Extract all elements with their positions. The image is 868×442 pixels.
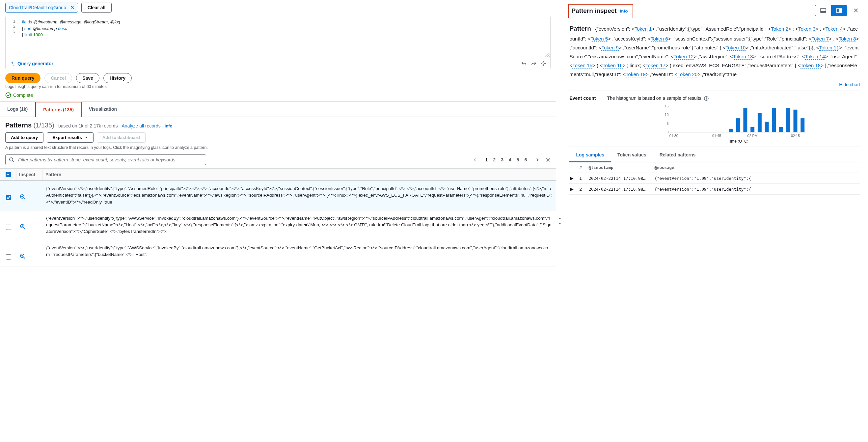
hide-chart-link[interactable]: Hide chart <box>839 82 860 87</box>
patterns-title: Patterns (1/135) <box>5 121 54 129</box>
token-link[interactable]: Token 9 <box>601 45 619 51</box>
token-link[interactable]: Token 1 <box>634 26 652 32</box>
token-link[interactable]: Token 11 <box>819 45 839 51</box>
layout-bottom-button[interactable] <box>815 5 831 16</box>
select-all-checkbox[interactable]: − <box>6 172 11 177</box>
page-1[interactable]: 1 <box>485 157 488 163</box>
svg-text:0: 0 <box>667 130 669 134</box>
svg-text:01:45: 01:45 <box>712 134 721 138</box>
save-button[interactable]: Save <box>76 73 99 83</box>
filter-input[interactable] <box>18 157 203 163</box>
query-generator-button[interactable]: Query generator <box>9 61 53 66</box>
page-4[interactable]: 4 <box>509 157 512 163</box>
patterns-info-link[interactable]: Info <box>165 123 173 128</box>
token-link[interactable]: Token 12 <box>674 54 694 60</box>
editor-code[interactable]: fields @timestamp, @message, @logStream,… <box>19 16 550 58</box>
svg-rect-11 <box>559 223 560 224</box>
token-link[interactable]: Token 15 <box>572 63 592 68</box>
panel-splitter[interactable] <box>556 0 564 442</box>
page-3[interactable]: 3 <box>501 157 503 163</box>
table-row: {"eventVersion":<*>,"userIdentity":{"typ… <box>0 181 556 210</box>
svg-rect-30 <box>779 127 783 132</box>
tab-token-values[interactable]: Token values <box>611 148 653 162</box>
row-checkbox[interactable] <box>6 195 11 200</box>
resize-handle-icon[interactable] <box>545 53 550 57</box>
info-icon[interactable] <box>704 96 709 101</box>
tab-visualization[interactable]: Visualization <box>82 102 124 117</box>
expand-row-icon[interactable]: ▶ <box>570 176 579 181</box>
remove-tag-icon[interactable]: ✕ <box>70 5 74 10</box>
svg-rect-25 <box>744 108 747 132</box>
run-query-button[interactable]: Run query <box>5 73 40 83</box>
sample-message: {"eventVersion":"1.09","userIdentity":{ <box>654 187 860 192</box>
tab-log-samples[interactable]: Log samples <box>569 148 611 163</box>
page-5[interactable]: 5 <box>517 157 519 163</box>
log-group-tag[interactable]: CloudTrail/DefaultLogGroup ✕ <box>5 3 78 12</box>
token-link[interactable]: Token 3 <box>798 26 816 32</box>
page-6[interactable]: 6 <box>525 157 527 163</box>
svg-point-1 <box>6 93 11 97</box>
filter-input-wrap[interactable] <box>5 154 206 165</box>
inspect-info-link[interactable]: Info <box>620 8 631 13</box>
sample-timestamp: 2024-02-22T14:17:10.98… <box>588 187 654 192</box>
token-link[interactable]: Token 7 <box>811 36 829 42</box>
svg-rect-27 <box>758 113 762 132</box>
token-link[interactable]: Token 20 <box>677 71 698 78</box>
magnifier-plus-icon <box>20 194 26 200</box>
svg-text:02:15: 02:15 <box>791 134 800 138</box>
sample-table-header: # @timestamp @message <box>569 163 860 173</box>
row-checkbox[interactable] <box>6 225 11 230</box>
token-link[interactable]: Token 18 <box>801 63 820 68</box>
page-next-icon[interactable] <box>535 158 539 162</box>
token-link[interactable]: Token 10 <box>726 45 746 51</box>
columns-settings-icon[interactable] <box>545 157 551 163</box>
svg-rect-24 <box>736 118 740 132</box>
add-to-query-button[interactable]: Add to query <box>5 132 43 143</box>
patterns-count: (1/135) <box>34 121 54 129</box>
col-timestamp: @timestamp <box>588 165 654 170</box>
token-link[interactable]: Token 5 <box>591 36 608 42</box>
grip-icon <box>558 216 562 226</box>
histogram-chart: 05101501:3001:4502 PM02:15Time (UTC) <box>607 104 860 143</box>
history-button[interactable]: History <box>103 73 132 83</box>
token-link[interactable]: Token 6 <box>651 36 668 42</box>
token-link[interactable]: Token 17 <box>645 63 665 68</box>
pattern-cell: {"eventVersion":<*>,"userIdentity":{"typ… <box>43 210 556 240</box>
token-link[interactable]: Token 13 <box>733 54 753 60</box>
patterns-actions: Add to query Export results Add to dashb… <box>0 130 556 145</box>
svg-text:Time (UTC): Time (UTC) <box>728 139 748 143</box>
token-link[interactable]: Token 19 <box>626 71 646 78</box>
token-link[interactable]: Token 4 <box>826 26 843 32</box>
undo-icon[interactable] <box>521 61 527 66</box>
token-link[interactable]: Token 2 <box>771 26 788 32</box>
close-panel-button[interactable]: ✕ <box>850 5 861 16</box>
token-link[interactable]: Token 16 <box>602 63 623 68</box>
sample-index: 1 <box>579 176 588 181</box>
layout-side-button[interactable] <box>831 5 847 16</box>
tab-patterns[interactable]: Patterns (135) <box>35 102 82 117</box>
col-pattern[interactable]: Pattern <box>43 169 556 180</box>
pattern-json: Pattern {"eventVersion": <Token 1> ,"use… <box>569 23 860 79</box>
code-editor[interactable]: 123 fields @timestamp, @message, @logStr… <box>6 16 550 58</box>
export-results-label: Export results <box>52 135 82 140</box>
inspect-button[interactable] <box>17 240 43 264</box>
page-prev-icon[interactable] <box>473 158 477 162</box>
analyze-all-link[interactable]: Analyze all records <box>122 123 161 128</box>
settings-icon[interactable] <box>541 61 546 66</box>
chart-area: Event count The histogram is based on a … <box>569 91 860 147</box>
inspect-button[interactable] <box>17 181 43 205</box>
col-inspect[interactable]: Inspect <box>17 169 43 180</box>
inspect-button[interactable] <box>17 210 43 234</box>
clear-all-button[interactable]: Clear all <box>81 3 112 12</box>
token-link[interactable]: Token 14 <box>805 54 825 60</box>
redo-icon[interactable] <box>531 61 536 66</box>
tab-related-patterns[interactable]: Related patterns <box>653 148 702 162</box>
row-checkbox[interactable] <box>6 254 11 260</box>
tab-logs[interactable]: Logs (1k) <box>0 102 35 117</box>
token-link[interactable]: Token 8 <box>839 36 856 42</box>
page-2[interactable]: 2 <box>493 157 496 163</box>
export-results-button[interactable]: Export results <box>47 132 94 143</box>
result-tabs: Logs (1k) Patterns (135) Visualization <box>0 101 556 117</box>
expand-row-icon[interactable]: ▶ <box>570 186 579 192</box>
svg-rect-32 <box>794 110 798 132</box>
